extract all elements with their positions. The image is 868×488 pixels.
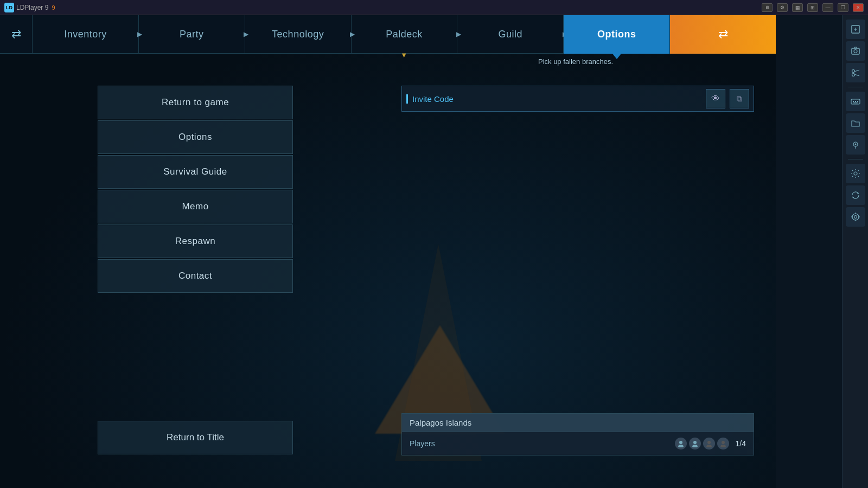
svg-rect-16 xyxy=(853,101,854,102)
copy-icon: ⧉ xyxy=(737,94,742,104)
contact-button[interactable]: Contact xyxy=(98,259,293,293)
sidebar-tool-keyboard[interactable] xyxy=(846,92,865,111)
svg-rect-9 xyxy=(852,48,859,54)
invite-code-row: Invite Code 👁 ⧉ xyxy=(401,86,754,112)
app-name: LDPlayer 9 xyxy=(16,4,48,11)
server-players-row: Players 1/4 xyxy=(402,432,754,455)
sidebar-tool-resize[interactable] xyxy=(846,20,865,39)
svg-line-13 xyxy=(854,70,859,72)
tb-icon4[interactable]: ⊞ xyxy=(807,3,818,12)
invite-code-input[interactable] xyxy=(458,86,701,111)
paldeck-dropdown-arrow: ▼ xyxy=(400,51,407,59)
sync-icon: ⇄ xyxy=(718,27,728,41)
svg-point-7 xyxy=(720,445,726,447)
options-button[interactable]: Options xyxy=(98,120,293,154)
swap-icon: ⇄ xyxy=(11,27,21,41)
app-version: 9 xyxy=(52,4,55,11)
invite-eye-button[interactable]: 👁 xyxy=(706,89,725,108)
svg-rect-18 xyxy=(857,101,858,102)
minimize-button[interactable]: — xyxy=(822,3,833,12)
players-label: Players xyxy=(410,439,668,448)
right-panel: Invite Code 👁 ⧉ xyxy=(401,86,754,112)
player-icon-3 xyxy=(703,438,715,450)
svg-point-24 xyxy=(854,216,857,219)
svg-point-0 xyxy=(679,441,682,444)
invite-code-label: Invite Code xyxy=(406,94,454,104)
title-bar: LD LDPlayer 9 9 🖥 ⚙ ▦ ⊞ — ❐ ✕ xyxy=(0,0,868,15)
sidebar-tool-screenshot[interactable] xyxy=(846,41,865,61)
svg-point-12 xyxy=(852,74,854,76)
invite-copy-button[interactable]: ⧉ xyxy=(730,89,749,108)
player-icon-2 xyxy=(689,438,701,450)
window-controls: 🖥 ⚙ ▦ ⊞ — ❐ ✕ xyxy=(762,3,864,12)
svg-point-22 xyxy=(854,172,857,175)
tb-icon2[interactable]: ⚙ xyxy=(777,3,788,12)
memo-button[interactable]: Memo xyxy=(98,190,293,223)
sidebar-divider-2 xyxy=(848,159,863,159)
svg-point-23 xyxy=(852,214,859,220)
tab-technology-label: Technology xyxy=(272,29,324,40)
server-name: Palpagos Islands xyxy=(402,414,754,432)
sidebar-tool-target[interactable] xyxy=(846,207,865,227)
svg-rect-17 xyxy=(855,101,856,102)
tab-guild[interactable]: Guild ▶ xyxy=(457,15,564,54)
tab-technology[interactable]: Technology ▶ xyxy=(245,15,352,54)
player-icon-1 xyxy=(675,438,687,450)
sidebar-tool-location[interactable] xyxy=(846,135,865,155)
svg-rect-19 xyxy=(853,102,858,104)
svg-line-14 xyxy=(854,74,859,76)
sidebar-tool-settings[interactable] xyxy=(846,164,865,183)
player-icon-4 xyxy=(717,438,729,450)
player-icons-group xyxy=(675,438,729,450)
tab-inventory-label: Inventory xyxy=(64,29,107,40)
server-info-box: Palpagos Islands Players 1/4 xyxy=(401,413,754,455)
tb-icon3[interactable]: ▦ xyxy=(792,3,803,12)
survival-guide-button[interactable]: Survival Guide xyxy=(98,155,293,189)
tab-options-label: Options xyxy=(597,29,636,40)
app-logo: LD LDPlayer 9 9 xyxy=(4,3,55,12)
respawn-button[interactable]: Respawn xyxy=(98,224,293,258)
eye-icon: 👁 xyxy=(711,94,720,104)
right-sidebar xyxy=(842,15,868,488)
tab-options[interactable]: Options xyxy=(564,15,670,54)
tab-paldeck-label: Paldeck xyxy=(386,29,423,40)
nav-swap-button[interactable]: ⇄ xyxy=(0,15,33,54)
tab-guild-label: Guild xyxy=(499,29,523,40)
svg-point-5 xyxy=(706,445,712,447)
sidebar-tool-scissors[interactable] xyxy=(846,63,865,82)
top-navigation: ⇄ Inventory ▶ Party ▶ Technology ▶ Palde… xyxy=(0,15,776,54)
tab-party[interactable]: Party ▶ xyxy=(139,15,245,54)
ld-logo-icon: LD xyxy=(4,3,14,12)
return-to-game-button[interactable]: Return to game xyxy=(98,86,293,119)
restore-button[interactable]: ❐ xyxy=(838,3,848,12)
left-menu-panel: Return to game Options Survival Guide Me… xyxy=(98,86,293,294)
return-to-title-button[interactable]: Return to Title xyxy=(98,421,293,454)
tb-icon1[interactable]: 🖥 xyxy=(762,3,773,12)
tab-party-label: Party xyxy=(180,29,204,40)
nav-sync-bar[interactable]: ⇄ xyxy=(670,15,776,54)
tab-paldeck[interactable]: Paldeck ▼ ▶ xyxy=(352,15,458,54)
svg-point-21 xyxy=(854,144,856,145)
players-count: 1/4 xyxy=(736,439,746,448)
tab-options-active-arrow xyxy=(612,54,621,59)
svg-point-2 xyxy=(693,441,697,444)
svg-point-11 xyxy=(852,70,854,73)
sidebar-tool-folder[interactable] xyxy=(846,113,865,133)
close-button[interactable]: ✕ xyxy=(853,3,864,12)
svg-point-1 xyxy=(678,445,684,447)
svg-point-10 xyxy=(854,50,857,53)
main-area: ⇄ Inventory ▶ Party ▶ Technology ▶ Palde… xyxy=(0,15,776,488)
tab-inventory[interactable]: Inventory ▶ xyxy=(33,15,139,54)
svg-point-6 xyxy=(722,441,725,444)
sidebar-divider-1 xyxy=(848,87,863,87)
sidebar-tool-sync[interactable] xyxy=(846,185,865,205)
svg-point-4 xyxy=(707,441,711,444)
svg-point-3 xyxy=(692,445,698,447)
